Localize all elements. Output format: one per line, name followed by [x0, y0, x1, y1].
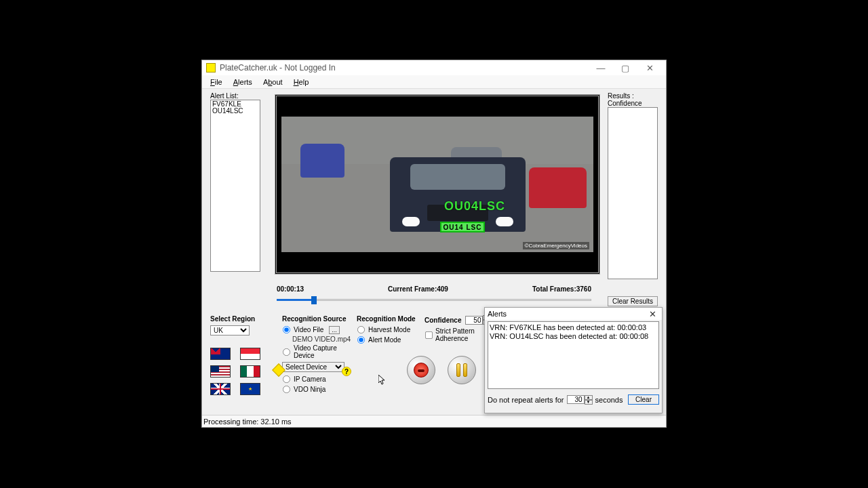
current-frame-label: Current Frame:409 [388, 285, 448, 293]
capture-device-select[interactable]: Select Device [282, 362, 344, 372]
region-select[interactable]: UK [210, 325, 250, 336]
window-title: PlateCatcher.uk - Not Logged In [220, 63, 336, 73]
flag-uk-icon[interactable] [210, 383, 231, 395]
mode-header: Recognition Mode [357, 315, 425, 323]
alert-list-item[interactable]: OU14LSC [212, 108, 258, 115]
status-bar: Processing time: 32.10 ms [202, 415, 666, 427]
radio-video-file-label: Video File [294, 326, 323, 333]
titlebar[interactable]: PlateCatcher.uk - Not Logged In — ▢ ✕ [202, 60, 666, 75]
radio-alert-label: Alert Mode [368, 336, 401, 344]
menu-alerts[interactable]: Alerts [228, 77, 258, 87]
detected-plate: OU14 LSC [440, 222, 485, 232]
time-label: 00:00:13 [277, 285, 304, 293]
stop-icon [414, 363, 429, 378]
menubar: File Alerts About Help [202, 75, 666, 89]
selected-file-name: DEMO VIDEO.mp4 [282, 336, 357, 343]
source-column: Recognition Source Video File ... DEMO V… [282, 315, 357, 395]
alert-list-panel: Alert List: FV67KLE OU14LSC [210, 92, 260, 272]
radio-vdo-ninja-label: VDO Ninja [294, 386, 326, 393]
radio-ip-camera[interactable] [283, 375, 290, 383]
radio-ip-camera-label: IP Camera [294, 375, 326, 383]
radio-alert-mode[interactable] [357, 336, 365, 344]
radio-video-file[interactable] [283, 326, 290, 333]
flag-mx-icon[interactable] [240, 365, 260, 378]
results-panel: Results : Confidence [608, 92, 658, 279]
alerts-text-box[interactable]: VRN: FV67KLE has been detected at: 00:00… [488, 321, 659, 389]
radio-harvest-label: Harvest Mode [368, 326, 410, 333]
video-scene: OU04LSC OU14 LSC ©CobraEmergencyVideos [281, 117, 593, 252]
no-repeat-prefix: Do not repeat alerts for [488, 396, 564, 404]
results-label: Results : Confidence [608, 92, 658, 107]
source-header: Recognition Source [282, 315, 357, 323]
app-icon [206, 63, 216, 73]
no-repeat-input[interactable] [567, 395, 585, 404]
flag-us-icon[interactable] [210, 365, 231, 378]
results-box[interactable] [608, 107, 658, 279]
browse-video-button[interactable]: ... [329, 326, 340, 334]
scrub-row: 00:00:13 Current Frame:409 Total Frames:… [277, 285, 591, 304]
radio-capture-label: Video Capture Device [294, 344, 357, 359]
close-button[interactable]: ✕ [637, 60, 662, 75]
no-repeat-up[interactable]: ▲ [585, 395, 593, 400]
no-repeat-stepper[interactable]: ▲▼ [567, 395, 593, 405]
mode-column: Recognition Mode Harvest Mode Alert Mode [357, 315, 425, 346]
strict-pattern-checkbox[interactable] [425, 331, 433, 338]
radio-vdo-ninja[interactable] [283, 386, 290, 393]
region-column: Select Region UK ★ [210, 315, 270, 395]
flag-sg-icon[interactable] [240, 348, 260, 360]
pause-icon [456, 363, 467, 377]
flag-eu-icon[interactable]: ★ [240, 383, 260, 395]
confidence-input[interactable] [465, 316, 483, 325]
pause-button[interactable] [448, 356, 476, 384]
video-watermark: ©CobraEmergencyVideos [523, 242, 589, 249]
alerts-window: Alerts ✕ VRN: FV67KLE has been detected … [484, 307, 663, 413]
radio-harvest-mode[interactable] [357, 326, 365, 333]
alert-list-box[interactable]: FV67KLE OU14LSC [210, 100, 260, 272]
region-flags: ★ [210, 348, 270, 395]
minimize-button[interactable]: — [589, 60, 613, 75]
confidence-header: Confidence [425, 317, 461, 324]
region-header: Select Region [210, 315, 270, 323]
help-icon[interactable]: ? [342, 367, 351, 376]
cursor-icon [378, 375, 387, 386]
menu-help[interactable]: Help [288, 77, 315, 87]
plate-overlay-text: OU04LSC [444, 199, 505, 214]
alert-line: VRN: FV67KLE has been detected at: 00:00… [490, 323, 657, 332]
alerts-titlebar[interactable]: Alerts ✕ [485, 308, 662, 320]
no-repeat-down[interactable]: ▼ [585, 400, 593, 405]
menu-about[interactable]: About [258, 77, 288, 87]
no-repeat-suffix: seconds [595, 396, 623, 404]
alert-line: VRN: OU14LSC has been detected at: 00:00… [490, 332, 657, 341]
alerts-clear-button[interactable]: Clear [628, 394, 659, 405]
alerts-close-button[interactable]: ✕ [646, 309, 659, 319]
alerts-title: Alerts [488, 310, 507, 318]
flag-au-icon[interactable] [210, 348, 231, 360]
alert-list-label: Alert List: [210, 92, 260, 100]
video-preview: OU04LSC OU14 LSC ©CobraEmergencyVideos [275, 94, 600, 274]
stop-record-button[interactable] [407, 356, 435, 384]
status-text: Processing time: 32.10 ms [203, 418, 292, 426]
radio-capture-device[interactable] [283, 348, 290, 355]
video-scrubber[interactable] [277, 296, 591, 304]
clear-results-button[interactable]: Clear Results [608, 296, 658, 306]
maximize-button[interactable]: ▢ [613, 60, 637, 75]
menu-file[interactable]: File [205, 77, 228, 87]
total-frames-label: Total Frames:3760 [532, 285, 591, 293]
